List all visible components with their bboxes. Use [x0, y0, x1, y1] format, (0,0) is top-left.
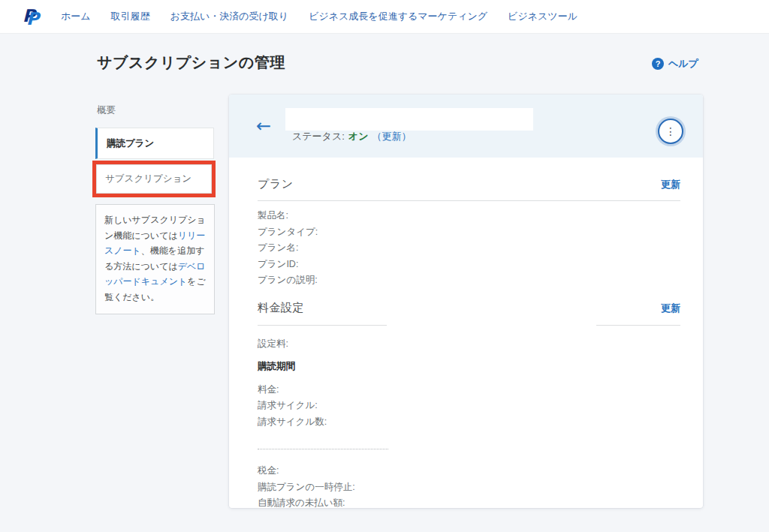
- field-product-name: 製品名:: [258, 208, 680, 224]
- pricing-divider-right: [596, 325, 680, 326]
- billing-cycle-heading: 購読期間: [258, 359, 680, 375]
- other-fields: 税金: 購読プランの一時停止: 自動請求の未払い額:: [258, 463, 680, 512]
- sidebar-overview-label: 概要: [97, 104, 116, 117]
- status-line: ステータス: オン （更新）: [292, 130, 411, 143]
- field-plan-name: プラン名:: [258, 240, 680, 257]
- plan-section-header: プラン 更新: [258, 177, 680, 191]
- panel-body: プラン 更新 製品名: プランタイプ: プラン名: プランID: プランの説明:…: [229, 158, 703, 512]
- field-plan-type: プランタイプ:: [258, 224, 680, 241]
- status-label: ステータス:: [292, 130, 345, 143]
- cycle-fields: 料金: 請求サイクル: 請求サイクル数:: [258, 382, 680, 431]
- sidebar-info-box: 新しいサブスクリプション機能についてはリリースノート、機能を追加する方法について…: [95, 204, 215, 314]
- pricing-section-header: 料金設定 更新: [258, 301, 680, 315]
- nav-item-payments[interactable]: お支払い・決済の受け取り: [170, 10, 289, 23]
- field-plan-description: プランの説明:: [258, 272, 680, 289]
- status-value: オン: [348, 130, 369, 143]
- field-billing-cycle-count: 請求サイクル数:: [258, 414, 680, 431]
- plan-section-title: プラン: [258, 177, 294, 191]
- plan-update-link[interactable]: 更新: [661, 178, 680, 191]
- page-title: サブスクリプションの管理: [97, 53, 285, 73]
- pricing-section-title: 料金設定: [258, 301, 304, 315]
- field-price: 料金:: [258, 382, 680, 398]
- nav-item-business-tools[interactable]: ビジネスツール: [508, 10, 578, 23]
- back-arrow-icon[interactable]: ←: [256, 117, 271, 135]
- nav-item-home[interactable]: ホーム: [61, 10, 91, 23]
- more-options-button[interactable]: ⋮: [658, 119, 683, 144]
- nav-item-activity[interactable]: 取引履歴: [111, 10, 150, 23]
- paypal-logo-front-p: P: [26, 9, 39, 29]
- plan-fields: 製品名: プランタイプ: プラン名: プランID: プランの説明:: [258, 208, 680, 289]
- field-tax: 税金:: [258, 463, 680, 479]
- help-question-icon: ?: [652, 58, 664, 70]
- pricing-divider-left: [258, 325, 387, 326]
- field-outstanding-balance: 自動請求の未払い額:: [258, 495, 680, 512]
- top-navbar: P P ホーム 取引履歴 お支払い・決済の受け取り ビジネス成長を促進するマーケ…: [0, 0, 769, 34]
- field-pause-plan: 購読プランの一時停止:: [258, 479, 680, 496]
- field-plan-id: プランID:: [258, 257, 680, 273]
- help-label: ヘルプ: [668, 57, 698, 71]
- paypal-logo[interactable]: P P: [23, 6, 41, 27]
- dotted-divider: [258, 449, 388, 449]
- pricing-section-dividers: [258, 325, 680, 326]
- kebab-icon: ⋮: [665, 125, 676, 137]
- status-update-link[interactable]: （更新）: [372, 130, 411, 143]
- sidebar-item-plans[interactable]: 購読プラン: [95, 128, 214, 159]
- sidebar-item-subscriptions[interactable]: サブスクリプション: [96, 164, 212, 194]
- field-setup-fee: 設定料:: [258, 336, 680, 353]
- redacted-plan-name: [285, 108, 533, 131]
- field-billing-cycle: 請求サイクル:: [258, 398, 680, 414]
- pricing-update-link[interactable]: 更新: [661, 302, 680, 315]
- panel-header-band: ← ステータス: オン （更新） ⋮: [229, 95, 703, 158]
- help-link[interactable]: ? ヘルプ: [652, 57, 698, 71]
- plan-section-divider: [258, 200, 680, 201]
- subscription-detail-panel: ← ステータス: オン （更新） ⋮ プラン 更新 製品名: プランタイプ: プ…: [229, 95, 703, 508]
- red-highlight-box: サブスクリプション: [92, 161, 216, 197]
- nav-item-marketing[interactable]: ビジネス成長を促進するマーケティング: [309, 10, 487, 23]
